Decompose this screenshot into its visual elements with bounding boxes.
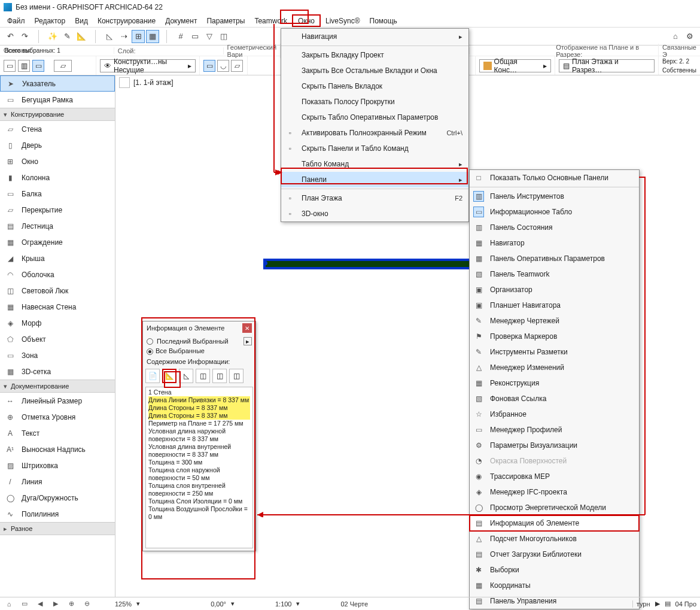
menu-file[interactable]: Файл bbox=[2, 14, 30, 27]
menuitem-закрыть-вкладку-проект[interactable]: Закрыть Вкладку Проект bbox=[281, 47, 468, 63]
ruler-icon[interactable]: 📐 bbox=[75, 30, 88, 43]
tool-object[interactable]: ⬠Объект bbox=[0, 331, 115, 347]
settings-icon[interactable]: ⚙ bbox=[683, 30, 696, 43]
submenu-реконструкция[interactable]: ▦Реконструкция bbox=[470, 375, 639, 391]
submenu-менеджер-чертежей[interactable]: ✎Менеджер Чертежей bbox=[470, 313, 639, 329]
tool-roof[interactable]: ◢Крыша bbox=[0, 250, 115, 266]
snap-grid-icon[interactable]: ▦ bbox=[146, 30, 159, 43]
submenu-информационное-табло[interactable]: ▭Информационное Табло bbox=[470, 204, 639, 220]
tool-pointer[interactable]: ➤Указатель bbox=[0, 75, 115, 92]
tool-marquee[interactable]: ▭Бегущая Рамка bbox=[0, 92, 115, 108]
submenu-отчет-загрузки-библиотеки[interactable]: ▤Отчет Загрузки Библиотеки bbox=[470, 547, 639, 562]
status-zoom-out-icon[interactable]: ⊖ bbox=[81, 599, 92, 609]
grid-icon[interactable]: # bbox=[174, 30, 187, 43]
submenu-панель-teamwork[interactable]: ▧Панель Teamwork bbox=[470, 266, 639, 282]
menuitem-закрыть-все-остальные-вкладки-и-окна[interactable]: Закрыть Все Остальные Вкладки и Окна bbox=[281, 63, 468, 78]
tool-column[interactable]: ▮Колонна bbox=[0, 169, 115, 186]
submenu-информация-об-элементе[interactable]: ▤Информация об Элементе bbox=[470, 515, 639, 531]
submenu-показать-только-основные-панели[interactable]: □Показать Только Основные Панели bbox=[470, 170, 639, 186]
trace-icon[interactable]: ▭ bbox=[188, 30, 202, 43]
redo-button[interactable]: ↷ bbox=[18, 30, 31, 43]
menuitem-показать-полосу-прокрутки[interactable]: Показать Полосу Прокрутки bbox=[281, 94, 468, 110]
tool-arc[interactable]: ◯Дуга/Окружность bbox=[0, 490, 115, 506]
tool-stair[interactable]: ▤Лестница bbox=[0, 218, 115, 234]
cube-icon[interactable]: ◫ bbox=[217, 30, 230, 43]
arrow-select-icon[interactable]: ▭ bbox=[4, 60, 16, 72]
submenu-координаты[interactable]: ▦Координаты bbox=[470, 578, 639, 593]
menuitem-скрыть-панели-и-табло-команд[interactable]: ▫Скрыть Панели и Табло Команд bbox=[281, 141, 468, 156]
submenu-панель-оперативных-параметров[interactable]: ▦Панель Оперативных Параметров bbox=[470, 251, 639, 266]
menu-view[interactable]: Вид bbox=[70, 14, 93, 27]
section-misc[interactable]: ▸Разное bbox=[0, 522, 115, 535]
status-zoom-in-icon[interactable]: ⊕ bbox=[66, 599, 77, 609]
menu-options[interactable]: Параметры bbox=[202, 14, 249, 27]
panel-tab-5[interactable]: ◫ bbox=[212, 369, 227, 383]
menuitem-план-этажа[interactable]: ▫План ЭтажаF2 bbox=[281, 190, 468, 206]
menu-livesync[interactable]: LiveSync® bbox=[321, 14, 365, 27]
guide-icon[interactable]: ◺ bbox=[103, 30, 116, 43]
scale-value[interactable]: 1:100 bbox=[275, 600, 292, 608]
tool-dim[interactable]: ↔Линейный Размер bbox=[0, 393, 115, 409]
tool-slab[interactable]: ▱Перекрытие bbox=[0, 202, 115, 218]
tool-skylight[interactable]: ◫Световой Люк bbox=[0, 283, 115, 299]
submenu-планшет-навигатора[interactable]: ▣Планшет Навигатора bbox=[470, 298, 639, 313]
panel-tab-3[interactable]: ◺ bbox=[179, 369, 193, 383]
submenu-фоновая-ссылка[interactable]: ▧Фоновая Ссылка bbox=[470, 391, 639, 406]
menuitem-панели[interactable]: Панели▸ bbox=[281, 172, 468, 187]
menuitem-скрыть-табло-оперативных-параметров[interactable]: Скрыть Табло Оперативных Параметров bbox=[281, 110, 468, 125]
menu-editor[interactable]: Редактор bbox=[30, 14, 71, 27]
submenu-панель-состояния[interactable]: ▥Панель Состояния bbox=[470, 220, 639, 235]
magic-wand-icon[interactable]: ✨ bbox=[46, 30, 59, 43]
tool-line[interactable]: /Линия bbox=[0, 474, 115, 490]
eyedropper-icon[interactable]: ✎ bbox=[60, 30, 74, 43]
geom-straight-icon[interactable]: ▭ bbox=[203, 60, 215, 72]
tool-mesh[interactable]: ▦3D-сетка bbox=[0, 363, 115, 380]
tool-morph[interactable]: ◈Морф bbox=[0, 315, 115, 331]
submenu-окраска-поверхностей[interactable]: ◔Окраска Поверхностей bbox=[470, 453, 639, 469]
struct-selector[interactable]: Общая Конс… ▸ bbox=[479, 59, 551, 72]
submenu-параметры-визуализации[interactable]: ⚙Параметры Визуализации bbox=[470, 438, 639, 453]
tool-curtain[interactable]: ▦Навесная Стена bbox=[0, 299, 115, 315]
template2-icon[interactable]: ▤ bbox=[665, 600, 671, 608]
panel-next-button[interactable]: ▸ bbox=[244, 337, 252, 345]
tool-level[interactable]: ⊕Отметка Уровня bbox=[0, 409, 115, 425]
menuitem-3d-окно[interactable]: ▫3D-окно bbox=[281, 206, 468, 221]
submenu-трассировка-mep[interactable]: ◉Трассировка MEP bbox=[470, 469, 639, 484]
submenu-просмотр-энергетической-модели[interactable]: ◯Просмотр Энергетической Модели bbox=[470, 500, 639, 515]
floorplan-tab-icon[interactable] bbox=[119, 77, 130, 88]
zoom-value[interactable]: 125% bbox=[115, 600, 132, 608]
panel-close-button[interactable]: ✕ bbox=[242, 323, 252, 333]
status-fit-icon[interactable]: ▭ bbox=[19, 599, 30, 609]
radio-last-selected[interactable] bbox=[147, 338, 153, 345]
tool-wall[interactable]: ▱Стена bbox=[0, 121, 115, 137]
undo-button[interactable]: ↶ bbox=[4, 30, 17, 43]
chevron-down-icon[interactable]: ▾ bbox=[231, 600, 235, 608]
menuitem-табло-команд[interactable]: Табло Команд▸ bbox=[281, 156, 468, 172]
menuitem-активировать-полноэкранный-режим[interactable]: ▫Активировать Полноэкранный РежимCtrl+\ bbox=[281, 125, 468, 141]
geom-poly-icon[interactable]: ▱ bbox=[231, 60, 243, 72]
menuitem-скрыть-панель-вкладок[interactable]: Скрыть Панель Вкладок bbox=[281, 78, 468, 94]
layer-selector[interactable]: 👁 Конструкти…ны Несущие ▸ bbox=[100, 59, 196, 72]
menu-construction[interactable]: Конструирование bbox=[93, 14, 160, 27]
geom-curved-icon[interactable]: ◡ bbox=[217, 60, 229, 72]
panel-tab-6[interactable]: ◫ bbox=[229, 369, 244, 383]
marquee-select-icon[interactable]: ▥ bbox=[18, 60, 30, 72]
tool-window[interactable]: ⊞Окно bbox=[0, 153, 115, 169]
status-arrow-icon[interactable]: ▶ bbox=[655, 600, 660, 608]
panel-tab-1[interactable]: 📄 bbox=[145, 369, 160, 383]
submenu-инструменты-разметки[interactable]: ✎Инструменты Разметки bbox=[470, 344, 639, 360]
tool-zone[interactable]: ▭Зона bbox=[0, 347, 115, 363]
menu-help[interactable]: Помощь bbox=[365, 14, 402, 27]
panel-tab-4[interactable]: ◫ bbox=[196, 369, 210, 383]
tool-label[interactable]: A¹Выносная Надпись bbox=[0, 441, 115, 457]
radio-all-selected[interactable] bbox=[147, 348, 153, 355]
submenu-менеджер-ifc-проекта[interactable]: ◈Менеджер IFC-проекта bbox=[470, 484, 639, 500]
menuitem-навигация[interactable]: Навигация▸ bbox=[281, 29, 468, 44]
snap-point-icon[interactable]: ⊞ bbox=[132, 30, 145, 43]
menu-window[interactable]: Окно bbox=[292, 14, 321, 27]
submenu-проверка-маркеров[interactable]: ⚑Проверка Маркеров bbox=[470, 329, 639, 344]
chevron-down-icon[interactable]: ▾ bbox=[136, 600, 140, 608]
tool-poly[interactable]: ∿Полилиния bbox=[0, 506, 115, 522]
submenu-подсчет-многоугольников[interactable]: △Подсчет Многоугольников bbox=[470, 531, 639, 547]
status-next-icon[interactable]: ▶ bbox=[50, 599, 61, 609]
